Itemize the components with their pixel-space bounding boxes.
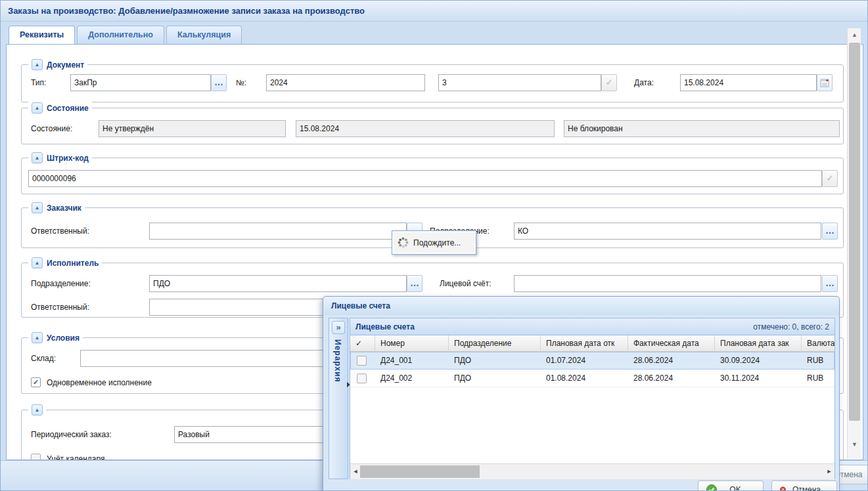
checkbox-check-icon: ✓ — [33, 378, 39, 386]
date-label: Дата: — [634, 74, 654, 91]
column-currency[interactable]: Валюта — [802, 335, 834, 352]
window-title-bar: Заказы на производство: Добавление/размн… — [1, 1, 867, 22]
accounts-grid-header: Лицевые счета отмечено: 0, всего: 2 — [350, 318, 834, 335]
collapse-up-icon[interactable]: ▲ — [32, 152, 43, 163]
cancel-cross-icon — [780, 484, 786, 491]
hierarchy-collapsed-panel[interactable]: » Иерархия — [329, 318, 348, 479]
column-number[interactable]: Номер — [375, 335, 449, 352]
state-status-field: Не утверждён — [99, 120, 286, 137]
scrollbar-thumb[interactable] — [849, 43, 860, 421]
main-vertical-scrollbar[interactable]: ▲ ▼ — [847, 28, 861, 459]
customer-division-lookup-button[interactable]: … — [822, 223, 838, 240]
state-label: Состояние: — [31, 120, 72, 137]
number-field[interactable]: 2024 — [266, 74, 425, 91]
spinner-icon — [398, 237, 409, 248]
fieldset-periodic-legend: ▲ — [28, 404, 46, 416]
cell-number: Д24_001 — [375, 352, 449, 370]
cell-fact-date: 28.06.2024 — [628, 352, 715, 370]
type-lookup-button[interactable]: … — [211, 74, 227, 91]
fieldset-barcode: ▲ Штрих-код 0000000096 ✓ — [21, 158, 844, 194]
fieldset-state-legend: ▲ Состояние — [28, 102, 92, 114]
calendar-checkbox[interactable] — [31, 454, 41, 460]
collapse-up-icon[interactable]: ▲ — [32, 257, 43, 268]
scroll-down-icon[interactable]: ▼ — [848, 438, 861, 451]
wait-tooltip-text: Подождите... — [413, 238, 461, 247]
customer-division-field[interactable]: КО — [514, 223, 821, 240]
cell-currency: RUB — [802, 370, 834, 387]
column-plan-close[interactable]: Плановая дата зак — [715, 335, 802, 352]
cell-plan-open: 01.07.2024 — [541, 352, 628, 370]
ellipsis-icon: … — [825, 278, 834, 288]
number2-field[interactable]: 3 — [438, 74, 601, 91]
simultaneous-checkbox[interactable]: ✓ — [31, 377, 41, 387]
collapse-up-icon[interactable]: ▲ — [32, 332, 43, 343]
number-label: №: — [236, 74, 246, 91]
cell-plan-open: 01.08.2024 — [541, 370, 628, 387]
fieldset-barcode-legend: ▲ Штрих-код — [28, 152, 92, 164]
ellipsis-icon: … — [410, 278, 419, 288]
collapse-up-icon[interactable]: ▲ — [32, 202, 43, 213]
accounts-panel-title: Лицевые счета — [355, 322, 415, 331]
date-calendar-button[interactable] — [817, 74, 833, 91]
fieldset-document: ▲ Документ Тип: ЗакПр … №: 2024 3 ✓ Дата… — [21, 64, 844, 102]
state-date-field: 15.08.2024 — [296, 120, 555, 137]
fieldset-document-legend: ▲ Документ — [28, 58, 87, 71]
grid-horizontal-scrollbar[interactable]: ◄ ► — [350, 463, 834, 479]
column-fact-date[interactable]: Фактическая дата — [628, 335, 715, 352]
check-icon: ✓ — [606, 77, 613, 87]
scroll-up-icon[interactable]: ▲ — [848, 28, 861, 41]
barcode-check-button[interactable]: ✓ — [822, 170, 838, 187]
tab-rekvizity[interactable]: Реквизиты — [9, 26, 75, 44]
executor-account-field[interactable] — [514, 275, 821, 292]
customer-responsible-label: Ответственный: — [31, 223, 89, 240]
table-row[interactable]: Д24_001 ПДО 01.07.2024 28.06.2024 30.09.… — [350, 352, 834, 370]
executor-division-field[interactable]: ПДО — [149, 275, 407, 292]
check-icon: ✓ — [355, 339, 362, 348]
scroll-right-icon[interactable]: ► — [824, 464, 834, 479]
type-field[interactable]: ЗакПр — [70, 74, 211, 91]
production-order-window: Заказы на производство: Добавление/размн… — [0, 0, 868, 491]
ellipsis-icon: … — [214, 77, 223, 87]
collapse-up-icon[interactable]: ▲ — [32, 404, 43, 416]
grid-column-headers: ✓ Номер Подразделение Плановая дата отк … — [350, 335, 834, 352]
executor-account-lookup-button[interactable]: … — [822, 275, 838, 292]
expand-panel-icon[interactable]: » — [332, 321, 345, 334]
fieldset-state: ▲ Состояние Состояние: Не утверждён 15.0… — [21, 108, 844, 144]
periodic-order-label: Периодический заказ: — [31, 426, 112, 443]
state-block-field: Не блокирован — [564, 120, 840, 137]
cell-plan-close: 30.09.2024 — [715, 352, 802, 370]
accounts-dialog: Лицевые счета » Иерархия Лицевые счета о… — [323, 296, 840, 491]
row-checkbox[interactable] — [357, 356, 367, 366]
number-check-button[interactable]: ✓ — [601, 74, 617, 91]
hscrollbar-thumb[interactable] — [360, 465, 480, 478]
check-icon: ✓ — [827, 173, 834, 183]
collapse-up-icon[interactable]: ▲ — [32, 59, 43, 70]
barcode-field[interactable]: 0000000096 — [28, 170, 822, 187]
type-label: Тип: — [31, 74, 46, 91]
cell-division: ПДО — [449, 352, 541, 370]
cell-division: ПДО — [449, 370, 541, 387]
date-field[interactable]: 15.08.2024 — [680, 74, 817, 91]
executor-division-lookup-button[interactable]: … — [407, 275, 423, 292]
executor-responsible-label: Ответственный: — [31, 299, 89, 316]
fieldset-conditions-legend: ▲ Условия — [28, 331, 83, 344]
accounts-grid-panel: Лицевые счета отмечено: 0, всего: 2 ✓ Но… — [350, 318, 835, 479]
popup-cancel-button[interactable]: Отмена — [771, 480, 837, 491]
table-row[interactable]: Д24_002 ПДО 01.08.2024 28.06.2024 30.11.… — [350, 370, 834, 387]
ellipsis-icon: … — [825, 225, 834, 236]
accounts-dialog-title[interactable]: Лицевые счета — [323, 297, 839, 315]
customer-responsible-field[interactable] — [149, 223, 407, 240]
collapse-up-icon[interactable]: ▲ — [32, 102, 43, 114]
column-check[interactable]: ✓ — [350, 335, 375, 352]
ok-button[interactable]: OK — [698, 480, 764, 491]
calendar-icon — [820, 78, 829, 87]
executor-account-label: Лицевой счёт: — [440, 275, 491, 292]
column-plan-open[interactable]: Плановая дата отк — [541, 335, 628, 352]
scroll-left-icon[interactable]: ◄ — [350, 464, 361, 479]
column-division[interactable]: Подразделение — [449, 335, 541, 352]
tab-kalkulyaciya[interactable]: Калькуляция — [166, 26, 242, 44]
simultaneous-label: Одновременное исполнение — [47, 377, 152, 388]
executor-division-label: Подразделение: — [31, 275, 91, 292]
tab-dopolnitelno[interactable]: Дополнительно — [77, 26, 164, 44]
row-checkbox[interactable] — [357, 374, 367, 383]
